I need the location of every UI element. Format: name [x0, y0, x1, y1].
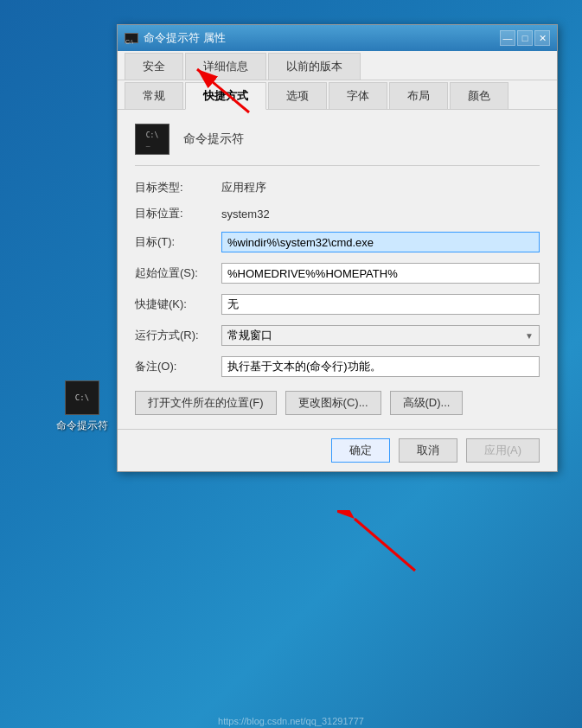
field-run-mode-label: 运行方式(R):: [135, 328, 221, 343]
field-target-type-label: 目标类型:: [135, 180, 221, 195]
tab-layout[interactable]: 布局: [389, 82, 448, 109]
field-run-mode-select[interactable]: 常规窗口 ▼: [221, 325, 540, 346]
field-shortcut-input[interactable]: [221, 294, 540, 315]
tab-shortcut[interactable]: 快捷方式: [185, 82, 266, 110]
title-bar-buttons: — □ ✕: [500, 30, 550, 46]
field-comment-label: 备注(O):: [135, 359, 221, 374]
field-start-location-label: 起始位置(S):: [135, 265, 221, 281]
advanced-button[interactable]: 高级(D)...: [390, 391, 464, 415]
field-shortcut: 快捷键(K):: [135, 294, 540, 315]
change-icon-button[interactable]: 更改图标(C)...: [285, 391, 381, 415]
desktop-icon-label: 命令提示符: [56, 418, 108, 433]
field-target: 目标(T):: [135, 232, 540, 252]
tab-previous[interactable]: 以前的版本: [268, 53, 361, 80]
dialog-window: C:\ 命令提示符 属性 — □ ✕ 安全 详细信息 以前的版本 常规 快捷方式…: [117, 24, 558, 472]
tab-security[interactable]: 安全: [125, 53, 183, 80]
content-area: C:\_ 命令提示符 目标类型: 应用程序 目标位置: system32 目标(…: [118, 110, 557, 429]
tab-details[interactable]: 详细信息: [185, 53, 266, 80]
field-run-mode: 运行方式(R): 常规窗口 ▼: [135, 325, 540, 346]
field-run-mode-value: 常规窗口: [227, 328, 272, 343]
field-comment: 备注(O):: [135, 356, 540, 377]
apply-button[interactable]: 应用(A): [466, 438, 540, 463]
maximize-button[interactable]: □: [517, 30, 533, 46]
title-bar-icon: C:\: [125, 33, 138, 43]
cmd-icon: C:\_: [135, 124, 169, 155]
field-target-input[interactable]: [221, 232, 540, 252]
field-target-location-value: system32: [221, 208, 270, 220]
field-shortcut-label: 快捷键(K):: [135, 297, 221, 312]
cmd-icon-name: 命令提示符: [183, 131, 244, 147]
action-buttons: 打开文件所在的位置(F) 更改图标(C)... 高级(D)...: [135, 391, 540, 415]
tab-color[interactable]: 颜色: [450, 82, 508, 109]
tabs-row1: 安全 详细信息 以前的版本: [118, 51, 557, 80]
tab-general[interactable]: 常规: [125, 82, 183, 109]
minimize-button[interactable]: —: [500, 30, 515, 46]
field-target-type: 目标类型: 应用程序: [135, 180, 540, 195]
field-start-location: 起始位置(S):: [135, 263, 540, 284]
desktop-icon-image: C:\: [65, 380, 99, 415]
field-start-location-input[interactable]: [221, 263, 540, 284]
svg-line-3: [355, 519, 415, 571]
cancel-button[interactable]: 取消: [399, 438, 457, 463]
title-bar-text: 命令提示符 属性: [144, 30, 500, 46]
bottom-area: 确定 取消 应用(A): [118, 429, 557, 471]
arrow2: [337, 510, 424, 582]
field-target-label: 目标(T):: [135, 234, 221, 250]
ok-button[interactable]: 确定: [331, 438, 390, 463]
dropdown-arrow-icon: ▼: [525, 331, 534, 341]
icon-row: C:\_ 命令提示符: [135, 124, 540, 166]
tab-font[interactable]: 字体: [329, 82, 387, 109]
desktop: C:\ 命令提示符 C:\ 命令提示符 属性 — □ ✕ 安全 详细信息 以前的…: [0, 0, 582, 728]
title-bar: C:\ 命令提示符 属性 — □ ✕: [118, 25, 557, 51]
field-target-type-value: 应用程序: [221, 180, 266, 195]
tab-options[interactable]: 选项: [268, 82, 327, 109]
field-comment-input[interactable]: [221, 356, 540, 377]
close-button[interactable]: ✕: [534, 30, 550, 46]
field-target-location-label: 目标位置:: [135, 206, 221, 221]
tabs-row2: 常规 快捷方式 选项 字体 布局 颜色: [118, 80, 557, 110]
open-file-location-button[interactable]: 打开文件所在的位置(F): [135, 391, 277, 415]
desktop-icon[interactable]: C:\ 命令提示符: [52, 380, 112, 433]
watermark: https://blog.csdn.net/qq_31291777: [0, 714, 582, 728]
field-target-location: 目标位置: system32: [135, 206, 540, 221]
